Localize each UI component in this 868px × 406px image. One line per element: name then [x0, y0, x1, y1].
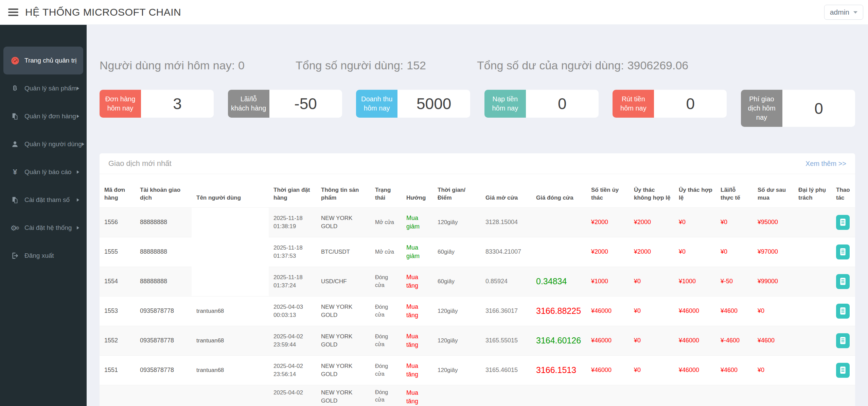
col-invalid-entrust: Ủy thác không hợp lệ [629, 174, 674, 207]
card-value: 0 [782, 90, 855, 127]
sidebar-item-logout[interactable]: Đăng xuất [3, 242, 83, 270]
cell-order-id [100, 385, 135, 406]
hamburger-menu-icon[interactable] [8, 9, 18, 16]
sidebar-item-label: Quản lý đơn hàng [24, 113, 76, 120]
user-menu[interactable]: admin [824, 5, 863, 20]
cell-direction: Mua tăng [402, 267, 433, 296]
col-actual-pnl: Lãi/lỗ thực tế [716, 174, 753, 207]
view-order-button[interactable] [836, 274, 850, 289]
user-menu-label: admin [830, 8, 849, 16]
cell-close-price: 3166.88225 [531, 296, 586, 326]
cell-duration: 120giây [433, 296, 481, 326]
view-order-button[interactable] [836, 333, 850, 348]
cell-close-price: 3164.60126 [531, 326, 586, 355]
col-close-price: Giá đóng cửa [531, 174, 586, 207]
transactions-table: Mã đơn hàng Tài khoản giao dịch Tên ngườ… [100, 174, 855, 406]
cell-username [192, 267, 269, 296]
cell-pnl: ¥0 [716, 207, 753, 237]
cell-status: Đóng cửa [370, 296, 402, 326]
cell-direction: Mua tăng [402, 385, 433, 406]
main-content: Người dùng mới hôm nay: 0 Tổng số người … [87, 25, 868, 406]
sidebar-item-orders[interactable]: Quản lý đơn hàng [3, 102, 83, 130]
cell-entrust: ¥1000 [586, 267, 629, 296]
cell-agent [794, 267, 831, 296]
cell-valid-entrust: ¥0 [674, 237, 716, 267]
card-label: Rút tiền hôm nay [613, 90, 654, 118]
stat-total-users: Tổng số người dùng: 152 [296, 59, 426, 72]
cell-status: Đóng cửa [370, 267, 402, 296]
cell-username [192, 385, 269, 406]
cell-actions [831, 326, 855, 355]
cell-open-price: 83304.21007 [481, 237, 531, 267]
caret-down-icon [853, 11, 857, 14]
table-row: 1554 88888888 2025-11-18 01:37:24 USD/CH… [100, 267, 855, 296]
cell-order-id: 1554 [100, 267, 135, 296]
view-order-button[interactable] [836, 363, 850, 378]
view-order-button[interactable] [836, 215, 850, 230]
card-label: Phí giao dịch hôm nay [741, 90, 782, 127]
card-fees-today: Phí giao dịch hôm nay 0 [741, 90, 855, 127]
cell-duration: 60giây [433, 267, 481, 296]
table-row-partial: 2025-04-02 NEW YORK GOLD Đóng cửa Mua tă… [100, 385, 855, 406]
view-order-button[interactable] [836, 244, 850, 259]
cell-pnl: ¥4600 [716, 355, 753, 385]
cell-status: Đóng cửa [370, 385, 402, 406]
cell-entrust: ¥46000 [586, 355, 629, 385]
cell-order-time: 2025-11-18 01:38:19 [269, 207, 316, 237]
cell-close-price: 3166.1513 [531, 355, 586, 385]
cell-actions [831, 267, 855, 296]
card-orders-today: Đơn hàng hôm nay 3 [100, 90, 214, 118]
cell-order-time: 2025-11-18 01:37:24 [269, 267, 316, 296]
panel-header: Giao dịch mới nhất Xem thêm >> [100, 153, 855, 174]
card-label: Đơn hàng hôm nay [100, 90, 141, 118]
cell-entrust: ¥46000 [586, 296, 629, 326]
see-more-link[interactable]: Xem thêm >> [805, 160, 846, 168]
cell-direction: Mua tăng [402, 296, 433, 326]
cell-order-time: 2025-04-02 23:59:44 [269, 326, 316, 355]
cell-invalid-entrust: ¥0 [629, 326, 674, 355]
card-revenue-today: Doanh thu hôm nay 5000 [356, 90, 470, 118]
bitcoin-icon [9, 85, 21, 92]
cell-account [135, 385, 192, 406]
cell-invalid-entrust: ¥0 [629, 355, 674, 385]
view-order-button[interactable] [836, 304, 850, 319]
sidebar-item-users[interactable]: Quản lý người dùng [3, 130, 83, 158]
col-duration: Thời gian/Điểm [433, 174, 481, 207]
sidebar-item-system-settings[interactable]: ⚙⚙ Cài đặt hệ thống [3, 214, 83, 242]
col-product: Thông tin sản phẩm [316, 174, 370, 207]
stat-value: 0 [238, 59, 245, 72]
documents-icon [9, 113, 21, 120]
sidebar-item-label: Đăng xuất [24, 252, 54, 259]
sidebar-item-dashboard[interactable]: Trang chủ quản trị [3, 47, 83, 74]
cell-order-id: 1551 [100, 355, 135, 385]
sidebar-item-products[interactable]: Quản lý sản phẩm [3, 74, 83, 102]
cell-valid-entrust: ¥46000 [674, 296, 716, 326]
cell-product: NEW YORK GOLD [316, 326, 370, 355]
table-row: 1556 88888888 2025-11-18 01:38:19 NEW YO… [100, 207, 855, 237]
card-label: Nạp tiền hôm nay [484, 90, 526, 118]
cell-agent [794, 296, 831, 326]
cell-pnl: ¥0 [716, 237, 753, 267]
col-account: Tài khoản giao dịch [135, 174, 192, 207]
sidebar-item-reports[interactable]: ¥ Quản lý báo cáo [3, 158, 83, 186]
cell-actions [831, 207, 855, 237]
speedometer-icon [9, 56, 21, 65]
col-balance-after: Số dư sau mua [753, 174, 794, 207]
sidebar-item-parameters[interactable]: Cài đặt tham số [3, 186, 83, 214]
cell-actions [831, 237, 855, 267]
cell-balance: ¥99000 [753, 267, 794, 296]
cell-order-id: 1553 [100, 296, 135, 326]
cell-agent [794, 326, 831, 355]
cell-balance: ¥97000 [753, 237, 794, 267]
cell-direction: Mua giảm [402, 207, 433, 237]
cell-order-id: 1556 [100, 207, 135, 237]
cell-agent [794, 237, 831, 267]
cell-invalid-entrust: ¥0 [629, 267, 674, 296]
page: HỆ THỐNG MICROSOFT CHAIN admin [0, 0, 868, 406]
cell-valid-entrust: ¥1000 [674, 267, 716, 296]
col-direction: Hướng [402, 174, 433, 207]
card-label: Lãi/lỗ khách hàng [228, 90, 269, 118]
col-actions: Thao tác [831, 174, 855, 207]
stat-label: Tổng số người dùng: [296, 59, 403, 72]
app-title: HỆ THỐNG MICROSOFT CHAIN [25, 6, 181, 18]
